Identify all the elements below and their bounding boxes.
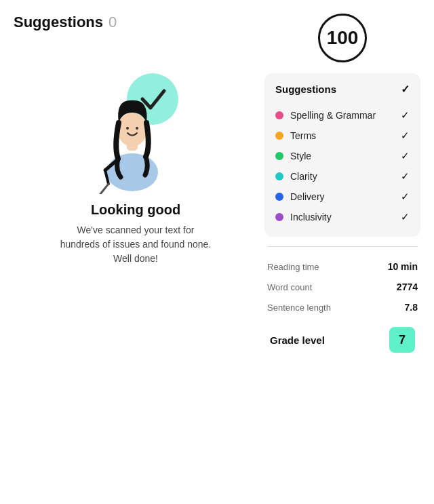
stat-row: Sentence length7.8 <box>267 297 418 317</box>
suggestions-title: Suggestions <box>14 14 103 31</box>
suggestion-dot-icon <box>275 111 283 119</box>
stat-rows: Reading time10 minWord count2774Sentence… <box>267 246 418 317</box>
suggestion-dot-icon <box>275 193 283 201</box>
illustration-svg <box>75 58 197 194</box>
suggestion-label: Terms <box>290 130 316 141</box>
panel-header-label: Suggestions <box>275 83 336 95</box>
suggestion-label: Inclusivity <box>290 212 332 222</box>
stat-value: 10 min <box>388 261 418 272</box>
suggestion-label: Style <box>290 151 311 161</box>
suggestion-check-icon: ✓ <box>401 150 410 162</box>
looking-good-title: Looking good <box>91 202 180 218</box>
suggestions-header: Suggestions 0 <box>14 14 117 31</box>
suggestion-rows: Spelling & Grammar✓Terms✓Style✓Clarity✓D… <box>275 105 410 227</box>
suggestions-count: 0 <box>108 14 117 31</box>
suggestion-left: Terms <box>275 130 316 141</box>
suggestion-left: Style <box>275 151 311 161</box>
suggestion-check-icon: ✓ <box>401 170 410 182</box>
suggestions-panel: Suggestions ✓ Spelling & Grammar✓Terms✓S… <box>264 73 420 237</box>
suggestion-check-icon: ✓ <box>401 130 410 142</box>
suggestion-dot-icon <box>275 172 283 180</box>
looking-good-desc: We've scanned your text for hundreds of … <box>58 223 214 266</box>
stat-row: Word count2774 <box>267 277 418 297</box>
svg-point-4 <box>126 127 129 130</box>
panel-header-row: Suggestions ✓ <box>275 83 410 96</box>
main-container: Suggestions 0 <box>0 0 434 504</box>
suggestion-row[interactable]: Terms✓ <box>275 125 410 146</box>
grade-badge: 7 <box>389 327 415 353</box>
grade-label: Grade level <box>270 334 325 346</box>
stat-row: Reading time10 min <box>267 256 418 277</box>
stat-value: 2774 <box>397 282 418 292</box>
stats-divider <box>267 246 418 247</box>
svg-point-5 <box>136 127 138 130</box>
grade-value: 7 <box>399 333 406 347</box>
suggestion-dot-icon <box>275 213 283 221</box>
svg-point-3 <box>117 113 147 147</box>
suggestion-check-icon: ✓ <box>401 109 410 121</box>
suggestion-row[interactable]: Style✓ <box>275 146 410 166</box>
stat-label: Sentence length <box>267 303 331 313</box>
score-value: 100 <box>327 27 359 49</box>
svg-point-1 <box>106 153 158 191</box>
suggestion-left: Clarity <box>275 171 317 182</box>
suggestion-check-icon: ✓ <box>401 211 410 223</box>
suggestion-dot-icon <box>275 132 283 140</box>
suggestion-label: Delivery <box>290 191 325 202</box>
stat-label: Reading time <box>267 262 319 272</box>
left-panel: Suggestions 0 <box>14 14 264 490</box>
suggestion-row[interactable]: Delivery✓ <box>275 187 410 207</box>
suggestion-dot-icon <box>275 152 283 160</box>
stats-section: Reading time10 minWord count2774Sentence… <box>264 237 420 360</box>
suggestion-label: Spelling & Grammar <box>290 110 376 121</box>
svg-line-8 <box>100 184 108 194</box>
suggestion-row[interactable]: Spelling & Grammar✓ <box>275 105 410 125</box>
stat-value: 7.8 <box>405 302 418 313</box>
suggestion-row[interactable]: Clarity✓ <box>275 166 410 187</box>
panel-header-check-icon: ✓ <box>401 83 410 96</box>
grade-row: Grade level 7 <box>267 320 418 360</box>
suggestion-left: Delivery <box>275 191 325 202</box>
suggestion-left: Spelling & Grammar <box>275 110 376 121</box>
right-panel: 100 Suggestions ✓ Spelling & Grammar✓Ter… <box>264 14 420 490</box>
stat-label: Word count <box>267 282 312 292</box>
suggestion-check-icon: ✓ <box>401 191 410 203</box>
illustration-area: Looking good We've scanned your text for… <box>14 58 258 266</box>
score-circle: 100 <box>318 14 367 62</box>
suggestion-left: Inclusivity <box>275 212 332 222</box>
suggestion-row[interactable]: Inclusivity✓ <box>275 207 410 227</box>
suggestion-label: Clarity <box>290 171 317 182</box>
